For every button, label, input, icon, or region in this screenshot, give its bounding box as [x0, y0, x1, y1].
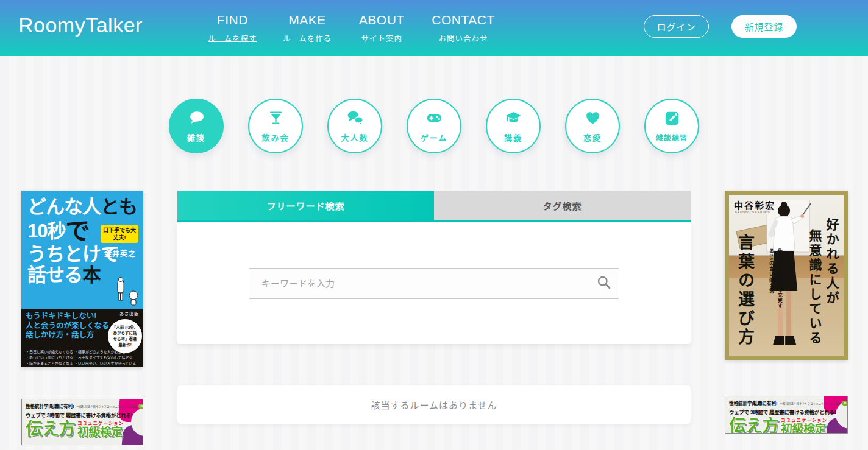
- banner-org: 一般社団法人日本ライフコミュニケーション協会: [77, 404, 137, 408]
- main-nav: FIND ルームを探す MAKE ルームを作る ABOUT サイト案内 CONT…: [203, 0, 500, 56]
- category-label: ゲーム: [421, 132, 448, 143]
- bullet-line: ・あっという間にうちとける ・苦手なタイプでも安心して話せる: [26, 356, 133, 359]
- category-label: 講義: [504, 132, 522, 143]
- search-section: フリーワード検索 タグ検索 該当するルームはありません: [177, 191, 691, 424]
- graduation-cap-icon: [505, 110, 522, 128]
- category-game[interactable]: ゲーム: [407, 99, 461, 153]
- auth-buttons: ログイン 新規登録: [644, 15, 797, 38]
- banner-line1: 性格統計学|転職に有利!: [26, 403, 74, 409]
- ad-author-en: Akihiro Nakatani: [735, 210, 771, 214]
- signup-button[interactable]: 新規登録: [731, 15, 797, 38]
- ad-book-cover: 中谷彰宏 Akihiro Nakatani 好かれる人が 無意識にしている 言葉…: [729, 195, 844, 356]
- nav-label: CONTACT: [432, 13, 494, 27]
- login-button[interactable]: ログイン: [644, 15, 709, 38]
- category-zatsudan-renshu[interactable]: 雑談練習: [644, 99, 699, 153]
- title-seg: で: [65, 217, 89, 244]
- nav-item-make[interactable]: MAKE ルームを作る: [278, 0, 337, 56]
- title-seg: 10秒: [27, 220, 65, 242]
- category-filter-row: 雑談 飲み会 大人数 ゲーム 講義: [0, 56, 868, 153]
- ad-badge: 口下手でも大丈夫!: [101, 225, 138, 243]
- category-label: 飲み会: [261, 132, 289, 143]
- category-nomikai[interactable]: 飲み会: [248, 99, 303, 153]
- banner-line2: ウェブで 3時間で 履歴書に書ける資格がとれる!: [729, 408, 845, 415]
- banner-line2: ウェブで 3時間で 履歴書に書ける資格がとれる!: [26, 411, 140, 418]
- ad-left-book[interactable]: どんな人とも 10秒で うちとけて 話せる本 口下手でも大丈夫! 金井英之 もう…: [21, 191, 143, 367]
- nav-label: ABOUT: [359, 13, 405, 27]
- ad-banner-left[interactable]: 性格統計学|転職に有利! 一般社団法人日本ライフコミュニケーション協会 JLCA…: [21, 399, 143, 445]
- category-zatsudan[interactable]: 雑談: [169, 99, 224, 153]
- bullet-line: ・話が止まることがなくなる ・いい出会い、いい人生が待っている: [26, 362, 136, 365]
- search-tabs: フリーワード検索 タグ検索: [177, 191, 691, 220]
- ad-banner-right[interactable]: 性格統計学|転職に有利! 一般社団法人日本ライフコミュニケーション協会 JLCA…: [725, 396, 848, 434]
- banner-big-text-1: 伝え方: [729, 418, 778, 434]
- category-label: 大人数: [341, 132, 368, 143]
- category-oninzu[interactable]: 大人数: [327, 99, 382, 153]
- search-icon: [596, 275, 611, 292]
- nav-label: MAKE: [288, 13, 326, 27]
- title-seg: 話せる: [27, 264, 82, 286]
- ad-circle-badge: 「人前で3分、あがらずに話せる本」著者最新作!: [108, 319, 142, 353]
- bullet-line: ・自己に笑いが絶えなくなる ・相手がどのような人かわかる: [26, 350, 126, 354]
- site-header: RoomyTalker FIND ルームを探す MAKE ルームを作る ABOU…: [0, 0, 868, 56]
- nav-sublabel: お問い合わせ: [438, 32, 488, 44]
- speech-bubble-icon: [188, 110, 205, 128]
- ad-characters-illustration: [113, 277, 141, 311]
- ad-author: 金井英之: [104, 248, 136, 258]
- title-seg: とも: [101, 196, 137, 217]
- ad-title-main: 言葉の選び方: [733, 234, 757, 347]
- lead-line: 人と会うのが楽しくなる: [26, 322, 110, 330]
- banner-big-text-2: 初級検定: [781, 423, 827, 434]
- banner-big-text-2: 初級検定: [77, 426, 124, 438]
- banner-big-text-1: 伝え方: [26, 421, 75, 438]
- category-kougi[interactable]: 講義: [486, 99, 541, 153]
- woman-illustration: [755, 200, 813, 354]
- tab-tag-search[interactable]: タグ検索: [434, 191, 691, 220]
- ad-lead-copy: もうドキドキしない! 人と会うのが楽しくなる 話しかけ方・話し方: [26, 312, 117, 340]
- ad-title-column-1: 好かれる人が: [822, 218, 841, 306]
- banner-org-badge: JLCA: [138, 404, 143, 409]
- ad-subtitle: 仕事も人間関係も充実する58の言い換え例: [767, 248, 783, 313]
- ad-publisher: あさ出版: [119, 311, 139, 317]
- nav-item-contact[interactable]: CONTACT お問い合わせ: [427, 0, 499, 56]
- banner-org: 一般社団法人日本ライフコミュニケーション協会: [780, 401, 841, 405]
- search-panel: [177, 222, 691, 344]
- group-chat-icon: [347, 110, 363, 128]
- keyword-search-input[interactable]: [249, 268, 619, 299]
- title-seg: どんな人: [27, 196, 101, 217]
- site-logo[interactable]: RoomyTalker: [18, 13, 143, 37]
- nav-label: FIND: [217, 13, 248, 27]
- search-submit-button[interactable]: [590, 270, 617, 297]
- nav-sublabel: ルームを探す: [208, 32, 257, 44]
- ad-author: 中谷彰宏: [734, 199, 775, 211]
- lead-line: 話しかけ方・話し方: [26, 331, 94, 339]
- nav-sublabel: ルームを作る: [283, 32, 332, 44]
- lead-line: もうドキドキしない!: [26, 312, 96, 320]
- main-content: 雑談 飲み会 大人数 ゲーム 講義: [0, 56, 868, 450]
- search-box: [249, 268, 619, 299]
- title-seg: 本: [82, 264, 101, 286]
- banner-line1: 性格統計学|転職に有利!: [729, 399, 778, 406]
- nav-item-find[interactable]: FIND ルームを探す: [203, 0, 262, 56]
- nav-sublabel: サイト案内: [361, 32, 403, 44]
- empty-results-message: 該当するルームはありません: [177, 385, 691, 424]
- ad-book-lower-panel: もうドキドキしない! 人と会うのが楽しくなる 話しかけ方・話し方 ・自己に笑いが…: [21, 309, 143, 367]
- category-renai[interactable]: 恋愛: [565, 99, 620, 153]
- gamepad-icon: [426, 110, 443, 128]
- category-label: 恋愛: [583, 132, 602, 143]
- cocktail-icon: [268, 110, 284, 128]
- nav-item-about[interactable]: ABOUT サイト案内: [352, 0, 411, 56]
- ad-title-column-2: 無意識にしている: [805, 229, 824, 346]
- ad-right-book[interactable]: 中谷彰宏 Akihiro Nakatani 好かれる人が 無意識にしている 言葉…: [725, 191, 848, 360]
- category-label: 雑談練習: [656, 132, 688, 142]
- pencil-square-icon: [664, 110, 680, 129]
- category-label: 雑談: [187, 132, 205, 143]
- banner-org-badge: JLCA: [842, 401, 848, 406]
- tab-freeword-search[interactable]: フリーワード検索: [177, 191, 434, 220]
- heart-icon: [585, 110, 601, 128]
